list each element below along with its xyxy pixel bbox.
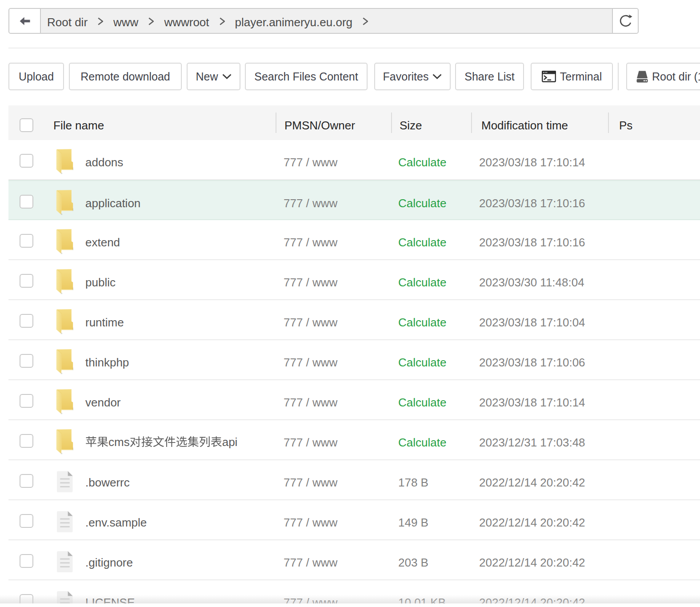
svg-text:cms: cms	[108, 435, 130, 449]
svg-text:api: api	[222, 435, 238, 449]
